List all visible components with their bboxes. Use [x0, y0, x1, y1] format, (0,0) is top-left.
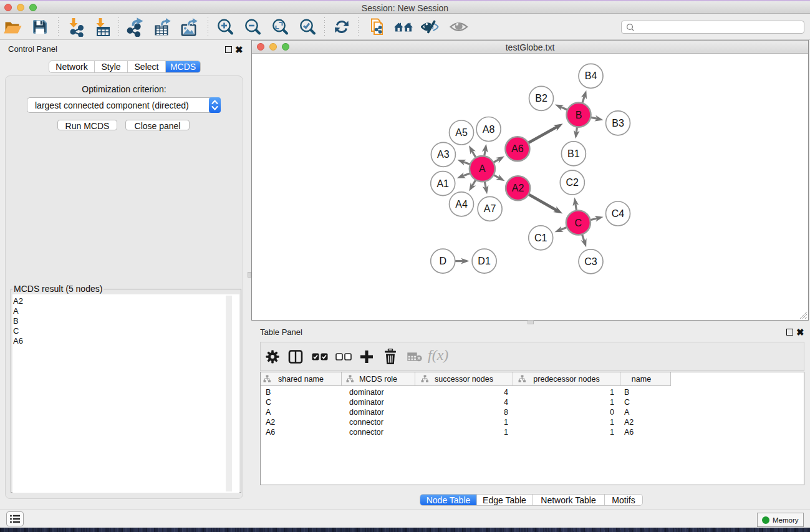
- svg-text:B3: B3: [612, 118, 624, 128]
- svg-text:B: B: [576, 110, 582, 120]
- svg-text:D1: D1: [478, 256, 491, 266]
- svg-text:A6: A6: [511, 143, 524, 154]
- svg-text:C: C: [575, 218, 582, 228]
- svg-text:A5: A5: [455, 127, 468, 138]
- svg-text:B2: B2: [535, 93, 547, 104]
- svg-text:C4: C4: [612, 208, 625, 219]
- svg-text:A7: A7: [484, 203, 496, 214]
- svg-text:D: D: [439, 256, 446, 266]
- svg-text:A2: A2: [512, 183, 524, 193]
- svg-text:A3: A3: [437, 149, 450, 160]
- svg-text:A8: A8: [483, 124, 495, 135]
- svg-text:C3: C3: [584, 256, 597, 267]
- svg-text:C2: C2: [566, 177, 579, 188]
- svg-text:B1: B1: [567, 148, 580, 159]
- svg-text:B4: B4: [585, 70, 597, 81]
- svg-text:A4: A4: [455, 199, 468, 210]
- svg-text:A1: A1: [436, 178, 449, 189]
- svg-text:C1: C1: [534, 233, 547, 243]
- svg-text:A: A: [479, 163, 486, 174]
